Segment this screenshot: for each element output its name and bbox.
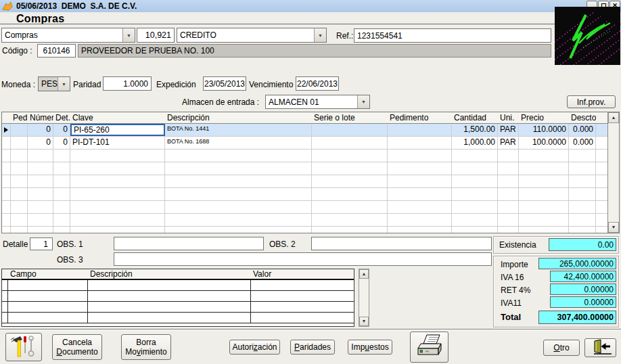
importe-label: Importe: [501, 260, 528, 269]
table-row-empty[interactable]: [2, 214, 607, 227]
impuestos-label: Impuestos: [351, 342, 388, 352]
campo-row-empty[interactable]: [2, 302, 354, 313]
items-grid-scrollbar[interactable]: ▲ ▼: [607, 112, 619, 233]
col-header-campo: Campo: [8, 269, 88, 279]
window-title: 05/06/2013 DEMO S.A. DE C.V.: [16, 1, 137, 11]
table-row[interactable]: 0 0 PI-DT-101 BOTA No. 1688 1,000.00 PAR…: [2, 137, 607, 150]
cell-descripcion[interactable]: BOTA No. 1688: [165, 137, 312, 149]
cell-ped[interactable]: [11, 137, 28, 149]
cell-clave[interactable]: PI-DT-101: [70, 137, 165, 149]
cell-ped[interactable]: [11, 124, 28, 136]
col-header-precio: Precio: [519, 112, 569, 123]
scroll-up-icon[interactable]: ▲: [608, 112, 619, 123]
cell-descto[interactable]: 0.000: [569, 137, 596, 149]
paridad-label: Paridad: [73, 80, 101, 89]
inf-prov-button[interactable]: Inf.prov.: [567, 95, 616, 108]
col-header-descto: Descto.: [569, 112, 596, 123]
doc-type-value: Compras: [2, 30, 122, 40]
campo-row-empty[interactable]: [2, 280, 354, 291]
scroll-down-icon[interactable]: ▼: [359, 317, 369, 326]
cell-uni[interactable]: PAR: [498, 137, 519, 149]
col-header-det: Det.: [53, 112, 70, 123]
print-button[interactable]: [410, 332, 448, 363]
chevron-down-icon[interactable]: ▼: [314, 28, 326, 42]
scroll-down-icon[interactable]: ▼: [608, 222, 619, 233]
paridad-input[interactable]: [103, 76, 152, 91]
cell-precio[interactable]: 100.0000: [519, 137, 569, 149]
cancela-documento-button[interactable]: Cancela Documento: [52, 334, 102, 360]
cancela-line1: Cancela: [62, 338, 92, 347]
ret4-label: RET 4%: [501, 286, 530, 295]
expedicion-input[interactable]: [203, 76, 246, 91]
table-row-selected[interactable]: 0 0 PI-65-260 BOTA No. 1441 1,500.00 PAR…: [2, 124, 607, 137]
detalle-label: Detalle: [3, 240, 28, 249]
chevron-down-icon[interactable]: ▼: [122, 28, 135, 42]
credit-type-combobox[interactable]: CREDITO ▼: [177, 28, 327, 43]
app-icon: [2, 1, 13, 11]
expedicion-label: Expedición: [156, 80, 196, 89]
cell-clave[interactable]: PI-65-260: [70, 124, 165, 136]
ref-input[interactable]: [354, 28, 551, 43]
cell-pedimento[interactable]: [388, 137, 452, 149]
campo-row-empty[interactable]: [2, 291, 354, 302]
codigo-label: Código :: [2, 46, 32, 55]
doc-number-field[interactable]: [137, 28, 175, 43]
table-row-empty[interactable]: [2, 175, 607, 188]
table-row-empty[interactable]: [2, 150, 607, 162]
paridades-button[interactable]: Paridades: [290, 340, 335, 355]
titlebar: 05/06/2013 DEMO S.A. DE C.V. ✕: [0, 0, 621, 12]
exit-door-icon: [589, 339, 613, 357]
table-row-empty[interactable]: [2, 227, 607, 233]
cell-precio[interactable]: 110.0000: [519, 124, 569, 136]
detalle-input[interactable]: [30, 237, 53, 250]
iva16-value: 42,400.00000: [550, 271, 616, 282]
ref-label: Ref.:: [336, 31, 353, 41]
chevron-down-icon[interactable]: ▼: [357, 95, 369, 108]
campo-grid-scrollbar[interactable]: ▲ ▼: [359, 269, 369, 327]
exit-button[interactable]: [584, 338, 616, 357]
almacen-value: ALMACEN 01: [266, 97, 357, 107]
vencimiento-input[interactable]: [296, 76, 339, 91]
paridades-label: Paridades: [294, 342, 331, 352]
obs3-input[interactable]: [114, 252, 492, 266]
obs2-input[interactable]: [311, 237, 492, 250]
almacen-label: Almacen de entrada :: [182, 97, 259, 107]
proveedor-name-field: PROVEEDOR DE PRUEBA NO. 100: [78, 44, 551, 58]
table-row-empty[interactable]: [2, 162, 607, 175]
title-divider: [0, 24, 621, 24]
doc-type-combobox[interactable]: Compras ▼: [1, 28, 135, 43]
total-value: 307,400.00000: [538, 311, 616, 324]
autorizacion-label: Autorización: [232, 342, 277, 352]
otro-button[interactable]: Otro: [543, 340, 580, 356]
cell-pedimento[interactable]: [388, 124, 452, 136]
table-row-empty[interactable]: [2, 201, 607, 214]
bottom-divider-highlight: [0, 329, 621, 330]
obs1-input[interactable]: [114, 237, 264, 250]
cell-cantidad[interactable]: 1,500.00: [452, 124, 498, 136]
cell-numero[interactable]: 0: [28, 124, 53, 136]
tools-button[interactable]: [5, 333, 42, 361]
scroll-up-icon[interactable]: ▲: [359, 269, 369, 279]
borra-movimiento-button[interactable]: Borra Movimiento: [121, 334, 171, 360]
codigo-input[interactable]: [37, 44, 76, 58]
cell-det[interactable]: 0: [53, 137, 70, 149]
almacen-combobox[interactable]: ALMACEN 01 ▼: [265, 95, 370, 109]
cell-descripcion[interactable]: BOTA No. 1441: [165, 124, 312, 136]
campo-grid-header: Campo Descripción Valor: [2, 269, 354, 280]
cell-descto[interactable]: 0.000: [569, 124, 596, 136]
cell-serie[interactable]: [312, 137, 388, 149]
impuestos-button[interactable]: Impuestos: [348, 340, 392, 355]
cell-uni[interactable]: PAR: [498, 124, 519, 136]
cell-det[interactable]: 0: [53, 124, 70, 136]
table-row-empty[interactable]: [2, 188, 607, 201]
existencia-label: Existencia: [499, 240, 536, 250]
moneda-combobox[interactable]: PES ▼: [38, 76, 70, 91]
cell-serie[interactable]: [312, 124, 388, 136]
printer-icon: [415, 334, 444, 361]
chevron-down-icon[interactable]: ▼: [58, 77, 70, 91]
col-header-valor: Valor: [251, 269, 354, 279]
campo-row-empty[interactable]: [2, 313, 354, 323]
autorizacion-button[interactable]: Autorización: [229, 340, 280, 355]
cell-cantidad[interactable]: 1,000.00: [452, 137, 498, 149]
cell-numero[interactable]: 0: [28, 137, 53, 149]
